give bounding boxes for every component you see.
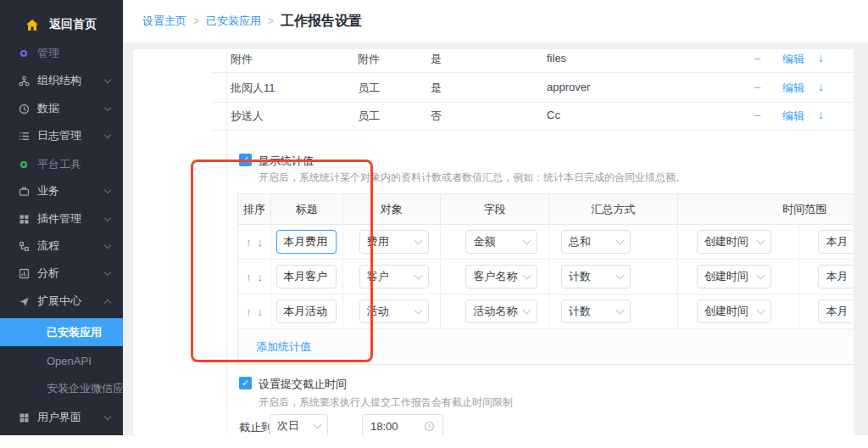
stat-title-input[interactable]: [276, 300, 337, 323]
dash-placeholder: –: [754, 81, 760, 93]
breadcrumb-link-installed-apps[interactable]: 已安装应用: [206, 14, 261, 29]
chevron-down-icon: [616, 236, 625, 244]
range-select[interactable]: 本月: [818, 230, 854, 254]
sidebar-item-plugin-management[interactable]: 插件管理: [0, 210, 123, 228]
move-up-icon[interactable]: ↑: [246, 271, 252, 283]
chevron-down-icon: [414, 236, 422, 244]
edit-link[interactable]: 编辑: [782, 52, 804, 67]
home-icon: [25, 19, 39, 31]
field-required: 是: [431, 52, 442, 67]
stats-row: ↑ ↓ 费用 金额 总和 创建时间 本月: [238, 225, 854, 260]
show-stats-description: 开启后，系统统计某个对象内的资料计数或者数值汇总，例如：统计本日完成的合同业绩总…: [259, 171, 686, 185]
move-down-icon[interactable]: ↓: [257, 271, 263, 283]
page: 返回首页 管理 组织结构 数据 日志管理: [0, 0, 868, 448]
object-select[interactable]: 费用: [359, 230, 429, 254]
header-object: 对象: [343, 194, 442, 224]
stats-row: ↑ ↓ 活动 活动名称 计数 创建时间 本月: [238, 294, 854, 329]
sidebar-item-data[interactable]: 数据: [0, 99, 123, 118]
field-name: 抄送人: [231, 109, 264, 124]
field-api-name: Cc: [547, 109, 560, 121]
sidebar-home-button[interactable]: 返回首页: [0, 14, 123, 36]
chevron-down-icon: [104, 214, 111, 221]
range-select[interactable]: 本月: [818, 265, 854, 288]
deadline-field-label: 截止到: [239, 420, 272, 435]
chevron-down-icon: [756, 271, 765, 279]
method-select[interactable]: 总和: [561, 230, 631, 254]
chevron-down-icon: [523, 236, 531, 244]
time-field-select[interactable]: 创建时间: [697, 230, 771, 254]
edit-link[interactable]: 编辑: [782, 81, 804, 96]
chevron-down-icon: [104, 104, 111, 110]
header-field: 字段: [441, 194, 549, 224]
method-select[interactable]: 计数: [561, 300, 631, 323]
field-required: 否: [431, 109, 442, 124]
sidebar-item-business[interactable]: 业务: [0, 182, 123, 200]
header-sort: 排序: [238, 194, 271, 224]
topbar: 设置主页 > 已安装应用 > 工作报告设置: [123, 0, 868, 42]
add-stat-link[interactable]: 添加统计值: [256, 339, 311, 355]
sidebar-item-org-structure[interactable]: 组织结构: [0, 71, 123, 90]
chevron-down-icon: [616, 305, 625, 314]
deadline-time-input[interactable]: 18:00: [362, 414, 443, 435]
chevron-down-icon: [104, 412, 111, 419]
deadline-day-select[interactable]: 次日: [270, 414, 328, 435]
briefcase-icon: [19, 186, 30, 197]
header-method: 汇总方式: [549, 194, 678, 224]
time-field-select[interactable]: 创建时间: [697, 300, 771, 323]
deadline-checkbox[interactable]: ✓: [239, 377, 252, 389]
deadline-description: 开启后，系统要求执行人提交工作报告会有截止时间限制: [259, 395, 513, 410]
field-name: 批阅人11: [231, 81, 275, 96]
rocket-icon: [19, 296, 30, 307]
edit-link[interactable]: 编辑: [782, 109, 804, 124]
breadcrumb-link-settings-home[interactable]: 设置主页: [142, 14, 186, 29]
range-select[interactable]: 本月: [818, 300, 854, 323]
row-separator: [212, 102, 854, 103]
time-field-select[interactable]: 创建时间: [697, 265, 771, 288]
field-type: 附件: [358, 52, 380, 67]
object-select[interactable]: 活动: [359, 300, 429, 323]
move-down-icon[interactable]: ↓: [818, 80, 824, 93]
move-up-icon[interactable]: ↑: [246, 305, 252, 318]
chevron-up-icon: [104, 299, 111, 305]
show-stats-checkbox[interactable]: ✓: [239, 154, 252, 166]
panel-divider: [226, 49, 227, 435]
method-select[interactable]: 计数: [561, 265, 631, 288]
chevron-down-icon: [414, 305, 422, 314]
row-separator: [212, 130, 854, 131]
field-type: 员工: [358, 81, 380, 96]
field-select[interactable]: 活动名称: [465, 300, 537, 323]
chevron-down-icon: [756, 305, 765, 314]
sidebar-item-log-management[interactable]: 日志管理: [0, 126, 123, 145]
move-down-icon[interactable]: ↓: [818, 51, 824, 64]
dash-placeholder: –: [754, 52, 760, 64]
move-down-icon[interactable]: ↓: [257, 236, 263, 249]
move-down-icon[interactable]: ↓: [257, 305, 263, 318]
layout-icon: [19, 412, 30, 423]
sidebar-item-extension-center[interactable]: 扩展中心: [0, 292, 123, 311]
chevron-down-icon: [104, 186, 111, 193]
move-up-icon[interactable]: ↑: [246, 236, 252, 249]
move-down-icon[interactable]: ↓: [818, 108, 824, 121]
clock-icon: [424, 421, 435, 432]
row-separator: [212, 72, 854, 73]
sidebar-item-analysis[interactable]: 分析: [0, 264, 123, 283]
chevron-down-icon: [104, 268, 111, 275]
field-name: 附件: [231, 52, 253, 67]
sidebar-subitem-install-wechat-app[interactable]: 安装企业微信应用: [0, 379, 123, 398]
field-select[interactable]: 客户名称: [465, 265, 537, 288]
object-select[interactable]: 客户: [359, 265, 429, 288]
stat-title-input[interactable]: [276, 265, 337, 288]
sidebar-item-user-interface[interactable]: 用户界面: [0, 408, 123, 427]
header-range: 时间范围: [678, 194, 854, 224]
field-select[interactable]: 金额: [465, 230, 537, 254]
chart-icon: [19, 268, 30, 279]
sidebar-subitem-installed-apps[interactable]: 已安装应用: [0, 318, 123, 346]
chevron-down-icon: [104, 131, 111, 137]
flow-icon: [19, 241, 30, 252]
sidebar-item-workflow[interactable]: 流程: [0, 237, 123, 255]
chevron-down-icon: [314, 420, 322, 428]
stat-title-input[interactable]: [276, 230, 337, 254]
field-type: 员工: [358, 109, 380, 124]
sidebar-subitem-openapi[interactable]: OpenAPI: [0, 351, 123, 370]
settings-card: 附件 附件 是 files – 编辑 ↓ 批阅人11 员工 是 approver…: [133, 49, 854, 435]
